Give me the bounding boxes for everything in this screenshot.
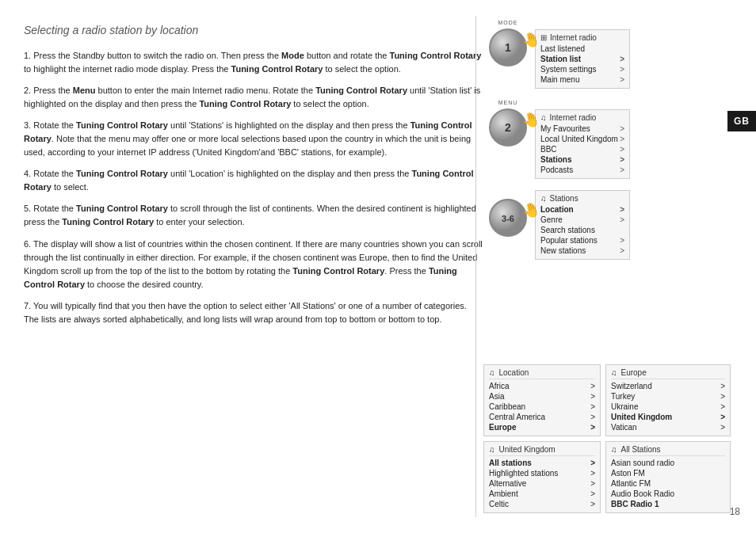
uk-music-icon [489,445,497,454]
europe-panel-header: Europe [611,368,725,379]
display1-item2-station-list: Station list> [540,54,624,64]
step-4: 4. Rotate the Tuning Control Rotary unti… [24,167,483,194]
bottom-panels: Location Africa> Asia> Caribbean> Centra… [483,364,731,513]
dial1-container: 1 🤚 [487,27,529,70]
step-2: 2. Press the Menu button to enter the ma… [24,84,483,111]
uk-celtic: Celtic> [489,499,595,509]
allst-atlantic: Atlantic FM [611,478,725,489]
step-1: 1. Press the Standby button to switch th… [24,49,483,76]
display1-item3: System settings> [540,64,624,74]
display3-item1-location: Location> [540,204,624,215]
all-stations-music-icon [611,445,619,454]
display2: ♫ Internet radio My Favourites> Local Un… [535,109,630,179]
step-5: 5. Rotate the Tuning Control Rotary to s… [24,202,483,229]
display3-header: ♫ Stations [540,194,624,203]
location-music-icon [489,368,497,377]
europe-panel: Europe Switzerland> Turkey> Ukraine> Uni… [605,364,731,436]
location-panel-header: Location [489,368,595,379]
dial3-container: 3-6 🤚 [487,197,529,240]
page-number: 18 [730,506,740,517]
uk-alternative: Alternative> [489,478,595,489]
display2-item4-stations: Stations> [540,154,624,165]
location-panel: Location Africa> Asia> Caribbean> Centra… [483,364,601,436]
europe-uk: United Kingdom> [611,412,725,422]
location-europe: Europe> [489,422,595,432]
uk-panel-header: United Kingdom [489,445,595,456]
display1-item1: Last listened [540,44,624,54]
main-content: Selecting a radio station by location 1.… [24,24,483,334]
location-asia: Asia> [489,391,595,402]
allst-bbc1: BBC Radio 1 [611,499,725,509]
step-7: 7. You will typically find that you then… [24,299,483,326]
display1-header: ⊞ Internet radio [540,33,624,42]
location-africa: Africa> [489,381,595,391]
dial2-container: 2 🤚 [487,107,529,150]
europe-switzerland: Switzerland> [611,381,725,391]
divider [475,16,476,517]
step-6: 6. The display will show a list of count… [24,238,483,291]
europe-music-icon [611,368,619,377]
location-caribbean: Caribbean> [489,402,595,412]
allst-asian: Asian sound radio [611,458,725,468]
uk-all-stations: All stations> [489,458,595,468]
display2-item3: BBC> [540,144,624,154]
europe-ukraine: Ukraine> [611,402,725,412]
display3-item4: Popular stations> [540,235,624,246]
step-3: 3. Rotate the Tuning Control Rotary unti… [24,119,483,159]
display1: ⊞ Internet radio Last listened Station l… [535,29,630,89]
display3-item5: New stations> [540,246,624,256]
svg-text:2: 2 [505,121,511,134]
dial1-section: MODE 1 🤚 ⊞ Interne [487,20,630,93]
dial1-label: MODE [498,20,518,25]
display3: ♫ Stations Location> Genre> Search stati… [535,190,630,260]
display2-item1: My Favourites> [540,124,624,134]
display1-item4: Main menu> [540,74,624,85]
dial2-label: MENU [498,100,518,105]
allst-audiobook: Audio Book Radio [611,489,725,499]
uk-ambient: Ambient> [489,489,595,499]
dial1-wrapper: MODE 1 🤚 [487,20,529,70]
display2-item5: Podcasts> [540,165,624,175]
location-central-america: Central America> [489,412,595,422]
uk-panel: United Kingdom All stations> Highlighted… [483,441,601,513]
allst-aston: Aston FM [611,468,725,478]
dial3-section: 3-6 🤚 ♫ Stations Location> Genre> Search… [487,190,630,265]
svg-text:1: 1 [505,41,511,54]
dial3-wrapper: 3-6 🤚 [487,190,529,240]
display2-item2: Local United Kingdom> [540,134,624,144]
svg-text:3-6: 3-6 [502,214,514,223]
display2-header: ♫ Internet radio [540,113,624,122]
dial2-wrapper: MENU 2 🤚 [487,100,529,150]
display3-item3: Search stations [540,225,624,235]
page-title: Selecting a radio station by location [24,24,483,36]
gb-tab: GB [727,111,756,131]
uk-highlighted: Highlighted stations> [489,468,595,478]
right-panel: MODE 1 🤚 ⊞ Interne [487,20,630,271]
dial3-label [507,190,510,196]
all-stations-panel: All Stations Asian sound radio Aston FM … [605,441,731,513]
all-stations-panel-header: All Stations [611,445,725,456]
europe-vatican: Vatican> [611,422,725,432]
dial2-section: MENU 2 🤚 ♫ Internet radio [487,100,630,184]
europe-turkey: Turkey> [611,391,725,402]
display3-item2: Genre> [540,215,624,225]
